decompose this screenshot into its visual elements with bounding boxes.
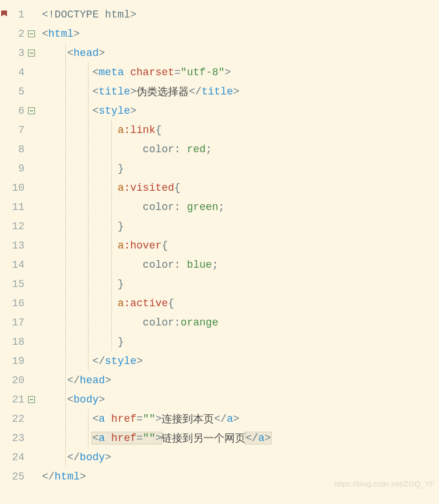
code-line[interactable]: color: green;: [42, 197, 434, 216]
token-tag: style: [99, 105, 130, 117]
token-sp: [42, 259, 143, 271]
token-sp: [42, 163, 118, 174]
line-number: 7: [8, 124, 26, 136]
code-line[interactable]: a:hover{: [42, 236, 434, 255]
token-sp: [42, 394, 67, 405]
token-text: 伪类选择器: [136, 85, 189, 99]
line-number: 17: [8, 317, 26, 328]
token-sp: [42, 413, 92, 425]
code-line[interactable]: <style>: [42, 101, 434, 120]
token-prop: color: [143, 201, 174, 213]
token-punc: <: [42, 28, 48, 40]
token-text: 连接到本页: [161, 412, 214, 426]
token-punc: </: [245, 432, 258, 444]
line-number: 9: [8, 163, 26, 174]
token-tag: a: [258, 432, 265, 444]
token-str: "utf-8": [181, 66, 225, 78]
code-line[interactable]: </head>: [42, 370, 434, 390]
gutter-row: 19: [0, 351, 37, 370]
line-number: 18: [8, 336, 26, 348]
token-punc: }: [118, 336, 124, 348]
code-line[interactable]: }: [42, 216, 434, 236]
code-line[interactable]: color: red;: [42, 139, 434, 159]
fold-icon[interactable]: [26, 396, 37, 403]
token-punc: }: [118, 278, 124, 290]
code-line[interactable]: <head>: [42, 43, 434, 62]
gutter-row: 5: [0, 82, 37, 101]
code-line[interactable]: color:orange: [42, 313, 434, 332]
token-punc: <: [92, 413, 99, 425]
gutter: 1234567891011121314151617181920212223242…: [0, 0, 40, 491]
token-punc: <: [92, 432, 99, 444]
token-text: [105, 413, 111, 425]
selection-highlight: </a>: [245, 432, 271, 444]
code-line[interactable]: }: [42, 274, 434, 293]
line-number: 15: [8, 278, 26, 290]
token-tag: head: [73, 47, 99, 59]
line-number: 19: [8, 355, 26, 367]
code-line[interactable]: a:visited{: [42, 178, 434, 197]
code-line[interactable]: <a href="">连接到本页</a>: [42, 409, 434, 428]
token-sp: [42, 66, 92, 78]
token-sel: a: [118, 298, 124, 309]
token-pseudo: :hover: [124, 240, 161, 251]
token-punc: </: [67, 374, 80, 386]
token-prop: color: [143, 144, 174, 155]
line-number: 12: [8, 220, 26, 232]
token-val: blue: [187, 259, 212, 271]
token-punc: >: [105, 452, 111, 463]
line-number: 23: [8, 432, 26, 444]
code-line[interactable]: <!DOCTYPE html>: [42, 5, 434, 24]
line-number: 14: [8, 259, 26, 271]
code-line[interactable]: a:active{: [42, 293, 434, 313]
code-line[interactable]: }: [42, 159, 434, 178]
code-line[interactable]: <html>: [42, 24, 434, 43]
code-line[interactable]: a:link{: [42, 120, 434, 139]
token-sel: a: [118, 240, 124, 251]
token-attr: href: [111, 413, 136, 425]
token-punc: }: [118, 220, 124, 232]
token-punc: {: [155, 124, 161, 136]
line-number: 25: [8, 471, 26, 482]
token-attr: charset: [130, 66, 174, 78]
token-punc: {: [174, 182, 181, 194]
code-line[interactable]: <a href="">链接到另一个网页</a>: [42, 428, 434, 447]
fold-icon[interactable]: [26, 107, 37, 114]
fold-icon[interactable]: [26, 50, 37, 57]
token-text: 链接到另一个网页: [161, 431, 245, 445]
token-punc: <: [92, 105, 99, 117]
gutter-row: 21: [0, 390, 37, 409]
token-punc: >: [233, 86, 240, 97]
token-punc: >: [130, 105, 136, 117]
code-line[interactable]: <title>伪类选择器</title>: [42, 82, 434, 101]
token-sp: [42, 240, 118, 251]
token-punc: >: [136, 355, 143, 367]
line-number: 16: [8, 298, 26, 309]
token-punc: ;: [212, 259, 219, 271]
token-sp: [42, 317, 143, 328]
token-tag: style: [105, 355, 136, 367]
line-number: 4: [8, 66, 26, 78]
token-sp: [42, 201, 143, 213]
token-punc: :: [174, 201, 187, 213]
token-tag: a: [99, 432, 105, 444]
token-punc: >: [233, 413, 240, 425]
code-line[interactable]: }: [42, 332, 434, 351]
token-sp: [42, 105, 92, 117]
code-line[interactable]: </style>: [42, 351, 434, 370]
token-val: orange: [181, 317, 219, 328]
code-line[interactable]: color: blue;: [42, 255, 434, 274]
code-line[interactable]: <meta charset="utf-8">: [42, 62, 434, 82]
token-sp: [42, 355, 92, 367]
token-pseudo: :link: [124, 124, 155, 136]
token-punc: >: [73, 28, 80, 40]
fold-icon[interactable]: [26, 30, 37, 37]
line-number: 3: [8, 47, 26, 59]
token-sp: [42, 452, 67, 463]
token-punc: ;: [218, 201, 224, 213]
token-punc: >: [80, 471, 86, 482]
code-line[interactable]: </body>: [42, 447, 434, 467]
code-line[interactable]: <body>: [42, 390, 434, 409]
token-sp: [42, 336, 118, 348]
token-sel: a: [118, 124, 124, 136]
